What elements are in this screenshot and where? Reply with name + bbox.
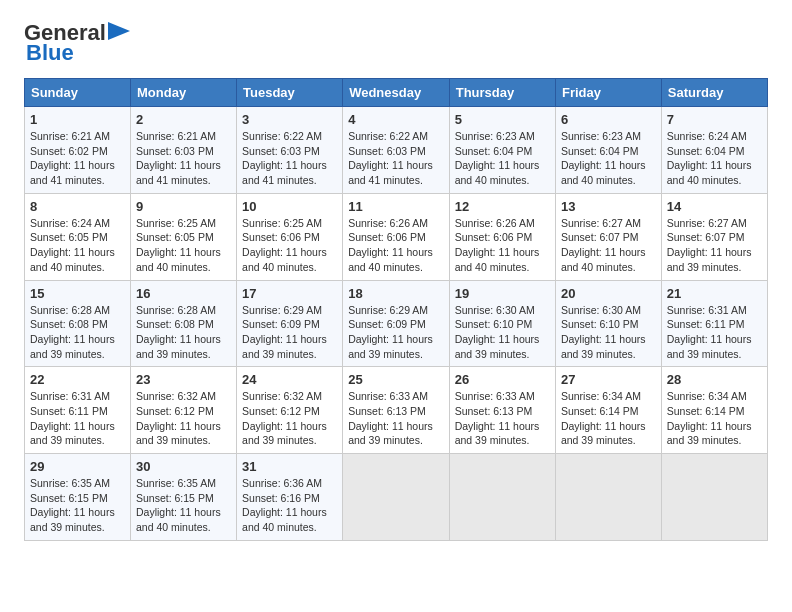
- day-number: 2: [136, 112, 231, 127]
- calendar-header-row: SundayMondayTuesdayWednesdayThursdayFrid…: [25, 79, 768, 107]
- calendar-cell: [555, 454, 661, 541]
- day-number: 6: [561, 112, 656, 127]
- calendar-cell: 22Sunrise: 6:31 AMSunset: 6:11 PMDayligh…: [25, 367, 131, 454]
- calendar-week-row: 8Sunrise: 6:24 AMSunset: 6:05 PMDaylight…: [25, 193, 768, 280]
- day-info: Sunrise: 6:31 AMSunset: 6:11 PMDaylight:…: [667, 303, 762, 362]
- day-number: 4: [348, 112, 444, 127]
- header-sunday: Sunday: [25, 79, 131, 107]
- calendar-cell: [343, 454, 450, 541]
- day-number: 29: [30, 459, 125, 474]
- calendar-cell: 15Sunrise: 6:28 AMSunset: 6:08 PMDayligh…: [25, 280, 131, 367]
- calendar-cell: 3Sunrise: 6:22 AMSunset: 6:03 PMDaylight…: [237, 107, 343, 194]
- day-number: 26: [455, 372, 550, 387]
- calendar-cell: 4Sunrise: 6:22 AMSunset: 6:03 PMDaylight…: [343, 107, 450, 194]
- header-saturday: Saturday: [661, 79, 767, 107]
- day-info: Sunrise: 6:22 AMSunset: 6:03 PMDaylight:…: [242, 129, 337, 188]
- calendar-cell: 16Sunrise: 6:28 AMSunset: 6:08 PMDayligh…: [131, 280, 237, 367]
- header-wednesday: Wednesday: [343, 79, 450, 107]
- day-number: 22: [30, 372, 125, 387]
- header-friday: Friday: [555, 79, 661, 107]
- calendar-cell: 17Sunrise: 6:29 AMSunset: 6:09 PMDayligh…: [237, 280, 343, 367]
- logo: General Blue: [24, 20, 130, 66]
- day-number: 27: [561, 372, 656, 387]
- day-info: Sunrise: 6:28 AMSunset: 6:08 PMDaylight:…: [30, 303, 125, 362]
- calendar-cell: 26Sunrise: 6:33 AMSunset: 6:13 PMDayligh…: [449, 367, 555, 454]
- header-monday: Monday: [131, 79, 237, 107]
- day-number: 10: [242, 199, 337, 214]
- calendar-week-row: 29Sunrise: 6:35 AMSunset: 6:15 PMDayligh…: [25, 454, 768, 541]
- calendar-cell: 10Sunrise: 6:25 AMSunset: 6:06 PMDayligh…: [237, 193, 343, 280]
- day-info: Sunrise: 6:26 AMSunset: 6:06 PMDaylight:…: [455, 216, 550, 275]
- day-number: 24: [242, 372, 337, 387]
- day-number: 1: [30, 112, 125, 127]
- day-info: Sunrise: 6:31 AMSunset: 6:11 PMDaylight:…: [30, 389, 125, 448]
- day-number: 31: [242, 459, 337, 474]
- day-info: Sunrise: 6:23 AMSunset: 6:04 PMDaylight:…: [561, 129, 656, 188]
- calendar-cell: 13Sunrise: 6:27 AMSunset: 6:07 PMDayligh…: [555, 193, 661, 280]
- calendar-cell: 20Sunrise: 6:30 AMSunset: 6:10 PMDayligh…: [555, 280, 661, 367]
- day-number: 14: [667, 199, 762, 214]
- calendar-week-row: 15Sunrise: 6:28 AMSunset: 6:08 PMDayligh…: [25, 280, 768, 367]
- calendar-cell: 1Sunrise: 6:21 AMSunset: 6:02 PMDaylight…: [25, 107, 131, 194]
- calendar-cell: 27Sunrise: 6:34 AMSunset: 6:14 PMDayligh…: [555, 367, 661, 454]
- day-number: 12: [455, 199, 550, 214]
- day-info: Sunrise: 6:33 AMSunset: 6:13 PMDaylight:…: [455, 389, 550, 448]
- header-thursday: Thursday: [449, 79, 555, 107]
- calendar-cell: 19Sunrise: 6:30 AMSunset: 6:10 PMDayligh…: [449, 280, 555, 367]
- day-info: Sunrise: 6:26 AMSunset: 6:06 PMDaylight:…: [348, 216, 444, 275]
- calendar-cell: 25Sunrise: 6:33 AMSunset: 6:13 PMDayligh…: [343, 367, 450, 454]
- header-tuesday: Tuesday: [237, 79, 343, 107]
- calendar-cell: 11Sunrise: 6:26 AMSunset: 6:06 PMDayligh…: [343, 193, 450, 280]
- day-info: Sunrise: 6:22 AMSunset: 6:03 PMDaylight:…: [348, 129, 444, 188]
- day-info: Sunrise: 6:24 AMSunset: 6:04 PMDaylight:…: [667, 129, 762, 188]
- calendar-cell: 5Sunrise: 6:23 AMSunset: 6:04 PMDaylight…: [449, 107, 555, 194]
- calendar-cell: 23Sunrise: 6:32 AMSunset: 6:12 PMDayligh…: [131, 367, 237, 454]
- day-number: 25: [348, 372, 444, 387]
- day-number: 19: [455, 286, 550, 301]
- day-number: 30: [136, 459, 231, 474]
- day-info: Sunrise: 6:23 AMSunset: 6:04 PMDaylight:…: [455, 129, 550, 188]
- day-info: Sunrise: 6:30 AMSunset: 6:10 PMDaylight:…: [561, 303, 656, 362]
- calendar-week-row: 1Sunrise: 6:21 AMSunset: 6:02 PMDaylight…: [25, 107, 768, 194]
- day-number: 18: [348, 286, 444, 301]
- calendar-cell: 9Sunrise: 6:25 AMSunset: 6:05 PMDaylight…: [131, 193, 237, 280]
- day-number: 7: [667, 112, 762, 127]
- calendar-cell: 7Sunrise: 6:24 AMSunset: 6:04 PMDaylight…: [661, 107, 767, 194]
- day-number: 11: [348, 199, 444, 214]
- day-info: Sunrise: 6:25 AMSunset: 6:05 PMDaylight:…: [136, 216, 231, 275]
- day-number: 28: [667, 372, 762, 387]
- day-info: Sunrise: 6:27 AMSunset: 6:07 PMDaylight:…: [561, 216, 656, 275]
- day-info: Sunrise: 6:30 AMSunset: 6:10 PMDaylight:…: [455, 303, 550, 362]
- day-number: 21: [667, 286, 762, 301]
- day-number: 15: [30, 286, 125, 301]
- calendar-cell: 2Sunrise: 6:21 AMSunset: 6:03 PMDaylight…: [131, 107, 237, 194]
- calendar-cell: 6Sunrise: 6:23 AMSunset: 6:04 PMDaylight…: [555, 107, 661, 194]
- calendar-cell: 8Sunrise: 6:24 AMSunset: 6:05 PMDaylight…: [25, 193, 131, 280]
- day-info: Sunrise: 6:35 AMSunset: 6:15 PMDaylight:…: [30, 476, 125, 535]
- calendar-week-row: 22Sunrise: 6:31 AMSunset: 6:11 PMDayligh…: [25, 367, 768, 454]
- day-info: Sunrise: 6:21 AMSunset: 6:02 PMDaylight:…: [30, 129, 125, 188]
- day-info: Sunrise: 6:33 AMSunset: 6:13 PMDaylight:…: [348, 389, 444, 448]
- day-info: Sunrise: 6:28 AMSunset: 6:08 PMDaylight:…: [136, 303, 231, 362]
- day-number: 3: [242, 112, 337, 127]
- calendar-table: SundayMondayTuesdayWednesdayThursdayFrid…: [24, 78, 768, 541]
- svg-marker-0: [108, 22, 130, 40]
- day-info: Sunrise: 6:24 AMSunset: 6:05 PMDaylight:…: [30, 216, 125, 275]
- day-info: Sunrise: 6:36 AMSunset: 6:16 PMDaylight:…: [242, 476, 337, 535]
- day-number: 23: [136, 372, 231, 387]
- day-info: Sunrise: 6:25 AMSunset: 6:06 PMDaylight:…: [242, 216, 337, 275]
- calendar-cell: 18Sunrise: 6:29 AMSunset: 6:09 PMDayligh…: [343, 280, 450, 367]
- calendar-cell: 29Sunrise: 6:35 AMSunset: 6:15 PMDayligh…: [25, 454, 131, 541]
- day-info: Sunrise: 6:32 AMSunset: 6:12 PMDaylight:…: [136, 389, 231, 448]
- calendar-cell: 21Sunrise: 6:31 AMSunset: 6:11 PMDayligh…: [661, 280, 767, 367]
- header: General Blue: [24, 20, 768, 66]
- logo-blue: Blue: [24, 40, 74, 66]
- day-number: 9: [136, 199, 231, 214]
- day-number: 8: [30, 199, 125, 214]
- calendar-cell: [661, 454, 767, 541]
- calendar-cell: 12Sunrise: 6:26 AMSunset: 6:06 PMDayligh…: [449, 193, 555, 280]
- calendar-cell: 24Sunrise: 6:32 AMSunset: 6:12 PMDayligh…: [237, 367, 343, 454]
- calendar-cell: 30Sunrise: 6:35 AMSunset: 6:15 PMDayligh…: [131, 454, 237, 541]
- day-number: 20: [561, 286, 656, 301]
- calendar-cell: 31Sunrise: 6:36 AMSunset: 6:16 PMDayligh…: [237, 454, 343, 541]
